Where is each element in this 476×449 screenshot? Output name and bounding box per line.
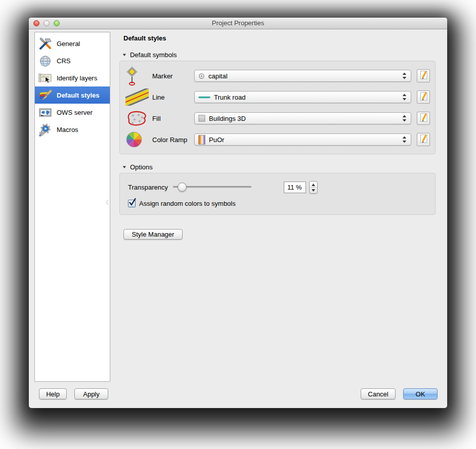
map-cursor-icon [38,71,52,85]
zoom-button[interactable] [54,20,60,26]
pencil-icon [419,92,428,103]
fill-label: Fill [152,115,161,122]
transparency-label: Transparency [128,184,168,191]
page-title: Default styles [123,34,166,42]
random-colors-checkbox[interactable] [128,200,136,207]
sidebar-item-label: General [57,40,80,48]
random-colors-label: Assign random colors to symbols [139,200,236,207]
sidebar-item-label: CRS [57,57,70,65]
sidebar-item-label: OWS server [57,109,93,116]
cancel-button[interactable]: Cancel [361,388,396,399]
sidebar-item-identify-layers[interactable]: Identify layers [35,69,110,86]
marker-symbol-icon [125,66,149,86]
edit-fill-button[interactable] [417,112,430,125]
project-properties-window: Project Properties General [29,18,447,408]
ok-button[interactable]: OK [403,388,438,399]
edit-line-button[interactable] [417,91,430,104]
sidebar-item-macros[interactable]: Macros [35,121,110,138]
paintbrush-icon [38,88,52,102]
section-options[interactable]: ▼ Options [122,163,153,171]
minimize-button[interactable] [44,20,50,26]
style-manager-button[interactable]: Style Manager [123,229,183,240]
sidebar-item-default-styles[interactable]: Default styles [35,86,110,104]
color-ramp-combo[interactable]: PuOr [194,133,411,146]
combo-arrows-icon [402,115,407,122]
sidebar-item-label: Macros [57,126,78,133]
color-ramp-combo-value: PuOr [209,136,224,144]
checkmark-icon [128,198,137,208]
teal-line-preview [198,96,210,99]
sidebar-item-label: Identify layers [57,74,97,82]
combo-arrows-icon [402,94,407,101]
combo-arrows-icon [402,72,407,79]
gray-square-preview [198,115,205,122]
fill-symbol-icon [125,110,149,127]
pencil-icon [419,70,428,81]
edit-marker-button[interactable] [417,69,430,82]
point-symbol-preview [198,73,205,79]
titlebar[interactable]: Project Properties [29,18,447,29]
desktop: Project Properties General [0,0,476,449]
sidebar-item-general[interactable]: General [35,35,110,52]
marker-label: Marker [152,72,172,80]
gears-icon [38,123,52,137]
pencil-icon [419,134,428,145]
collapse-triangle-icon: ▼ [122,53,127,57]
apply-button[interactable]: Apply [74,388,108,399]
section-label: Options [130,163,153,171]
line-label: Line [152,94,165,101]
edit-color-ramp-button[interactable] [417,133,430,146]
slider-handle[interactable] [178,183,187,192]
fill-combo-value: Buildings 3D [209,115,246,122]
transparency-slider[interactable] [173,182,251,192]
window-title: Project Properties [29,18,447,29]
sidebar-item-crs[interactable]: CRS [35,52,110,69]
transparency-value: 11 % [287,184,302,191]
color-ramp-label: Color Ramp [152,136,187,144]
color-ramp-row: Color Ramp PuOr [120,132,435,147]
line-row: Line Trunk road [120,89,435,105]
pencil-icon [419,113,428,124]
marker-combo-value: capital [208,72,228,80]
stepper-down-button[interactable] [310,187,317,193]
line-combo[interactable]: Trunk road [194,91,411,103]
sidebar: General CRS [34,32,110,382]
traffic-lights [33,20,60,26]
puor-gradient-preview [198,135,205,145]
line-symbol-icon [125,88,149,106]
section-label: Default symbols [130,51,177,59]
sidebar-item-label: Default styles [57,92,100,99]
close-button[interactable] [33,20,39,26]
tools-icon [38,37,52,51]
default-symbols-group: Marker capital [119,61,436,154]
marker-combo[interactable]: capital [194,70,411,82]
options-group: Transparency 11 % [119,173,436,215]
section-default-symbols[interactable]: ▼ Default symbols [122,51,177,59]
color-wheel-icon [125,131,149,148]
transparency-stepper [309,181,318,194]
collapse-triangle-icon: ▼ [122,165,127,169]
combo-arrows-icon [402,136,407,143]
line-combo-value: Trunk road [214,94,245,101]
sidebar-item-ows-server[interactable]: OWS server [35,104,110,121]
transparency-spinbox[interactable]: 11 % [284,182,306,193]
marker-row: Marker capital [120,68,435,83]
fill-row: Fill Buildings 3D [120,111,435,126]
globe-icon [38,54,52,68]
help-button[interactable]: Help [39,388,67,399]
map-frame-icon [38,106,52,119]
fill-combo[interactable]: Buildings 3D [194,112,411,124]
